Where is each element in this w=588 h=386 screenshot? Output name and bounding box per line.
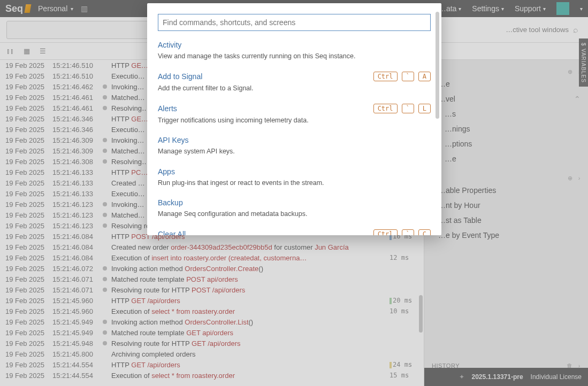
event-timing: 20 ms xyxy=(390,297,418,304)
event-date: 19 Feb 2025 xyxy=(5,190,48,198)
command-title: API Keys xyxy=(158,136,189,144)
level-dot-icon xyxy=(103,181,107,185)
chevron-down-icon[interactable]: ▾ xyxy=(580,6,583,12)
event-time: 15:21:46.308 xyxy=(52,158,98,166)
palette-command[interactable]: Clear AllCtrl`CReset the filter, active … xyxy=(158,224,431,235)
event-row[interactable]: 19 Feb 202515:21:45.800Archiving complet… xyxy=(0,349,424,359)
palette-command[interactable]: ActivityView and manage the tasks curren… xyxy=(158,35,431,66)
event-message: Resolving route for HTTP GET /api/orders xyxy=(111,339,385,348)
level-dot-icon xyxy=(103,127,107,132)
event-date: 19 Feb 2025 xyxy=(5,222,48,230)
event-row[interactable]: 19 Feb 202515:21:45.949Matched route tem… xyxy=(0,327,424,338)
key-badge: Ctrl xyxy=(373,104,398,113)
key-badge: Ctrl xyxy=(373,229,398,235)
right-panel: … ⊕ › …e …vel ⌃ …s …nings …ptions …e … ⊕… xyxy=(424,60,588,386)
chart-icon[interactable]: ⫿⫿ xyxy=(6,47,14,55)
level-dot-icon xyxy=(103,202,107,206)
event-date: 19 Feb 2025 xyxy=(5,286,48,294)
event-row[interactable]: 19 Feb 202515:21:45.960HTTP GET /api/ord… xyxy=(0,295,424,306)
menu-data[interactable]: …ata ▾ xyxy=(439,4,461,13)
scrollbar[interactable] xyxy=(419,295,423,333)
key-badge: ` xyxy=(402,104,414,113)
grid-icon[interactable]: ▦ xyxy=(24,47,30,55)
query-item[interactable]: …able Properties xyxy=(432,184,581,197)
palette-command[interactable]: AlertsCtrl`LTrigger notifications using … xyxy=(158,98,431,130)
query-item[interactable]: …nt by Hour xyxy=(432,199,581,212)
avatar[interactable] xyxy=(556,2,569,15)
palette-list[interactable]: ActivityView and manage the tasks curren… xyxy=(147,35,441,235)
event-row[interactable]: 19 Feb 202515:21:46.071Resolving route f… xyxy=(0,284,424,295)
level-dot-icon xyxy=(103,170,107,174)
palette-command[interactable]: Add to SignalCtrl`AAdd the current filte… xyxy=(158,66,431,98)
event-date: 19 Feb 2025 xyxy=(5,275,48,283)
level-dot-icon xyxy=(103,191,107,196)
add-icon[interactable]: ⊕ xyxy=(568,68,573,75)
search-icon[interactable]: ⌕ xyxy=(573,25,578,35)
app-logo[interactable]: Seq xyxy=(5,3,30,14)
signal-subitem[interactable]: …nings xyxy=(432,122,581,135)
add-icon[interactable]: ⊕ xyxy=(568,175,573,182)
query-item[interactable]: …e by Event Type xyxy=(432,229,581,242)
signal-item[interactable]: …e xyxy=(432,78,581,90)
event-row[interactable]: 19 Feb 202515:21:45.948Resolving route f… xyxy=(0,338,424,349)
signals-header: … ⊕ › xyxy=(432,68,581,75)
menu-support-label: Support xyxy=(515,4,541,13)
event-date: 19 Feb 2025 xyxy=(5,318,48,326)
event-row[interactable]: 19 Feb 202515:21:46.072Invoking action m… xyxy=(0,263,424,274)
command-desc: Run plug-ins that ingest or react to eve… xyxy=(158,178,431,188)
query-item[interactable]: …st as Table xyxy=(432,214,581,227)
level-dot-icon xyxy=(103,223,107,228)
event-row[interactable]: 19 Feb 202515:21:44.554Execution of sele… xyxy=(0,370,424,381)
level-dot-icon xyxy=(103,84,107,89)
palette-command[interactable]: BackupManage Seq configuration and metad… xyxy=(158,193,431,224)
signal-subitem[interactable]: …ptions xyxy=(432,137,581,150)
level-dot-icon xyxy=(103,106,107,110)
event-time: 15:21:46.071 xyxy=(52,275,98,283)
event-row[interactable]: 19 Feb 202515:21:46.084Created new order… xyxy=(0,242,424,252)
level-dot-icon xyxy=(103,159,107,164)
level-dot-icon xyxy=(103,320,107,324)
list-icon[interactable]: ☰ xyxy=(40,47,46,55)
menu-support[interactable]: Support ▾ xyxy=(515,4,546,13)
event-date: 19 Feb 2025 xyxy=(5,200,48,209)
event-date: 19 Feb 2025 xyxy=(5,254,48,262)
event-row[interactable]: 19 Feb 202515:21:46.084Execution of inse… xyxy=(0,252,424,263)
event-row[interactable]: 19 Feb 202515:21:44.554HTTP GET /api/ord… xyxy=(0,359,424,370)
level-dot-icon xyxy=(103,352,107,356)
event-row[interactable]: 19 Feb 202515:21:45.949Invoking action m… xyxy=(0,316,424,327)
event-time: 15:21:44.554 xyxy=(52,372,98,380)
scrollbar[interactable] xyxy=(436,12,439,119)
variables-tab[interactable]: $ VARIABLES xyxy=(579,38,588,87)
workspace-name: Personal xyxy=(38,4,67,13)
level-dot-icon xyxy=(103,277,107,281)
event-date: 19 Feb 2025 xyxy=(5,372,48,380)
chevron-right-icon[interactable]: › xyxy=(578,175,581,182)
event-date: 19 Feb 2025 xyxy=(5,104,48,112)
signal-item[interactable]: …vel ⌃ xyxy=(432,92,581,105)
command-desc: View and manage the tasks currently runn… xyxy=(158,51,431,61)
event-row[interactable]: 19 Feb 202515:21:45.960Execution of sele… xyxy=(0,306,424,316)
workspace-selector[interactable]: Personal ▾ xyxy=(38,4,73,13)
event-message: Matched route template GET api/orders xyxy=(111,329,385,337)
event-date: 19 Feb 2025 xyxy=(5,307,48,315)
palette-command[interactable]: AppsRun plug-ins that ingest or react to… xyxy=(158,162,431,193)
event-row[interactable]: 19 Feb 202515:21:46.071Matched route tem… xyxy=(0,274,424,284)
event-date: 19 Feb 2025 xyxy=(5,265,48,273)
event-time: 15:21:46.309 xyxy=(52,136,98,144)
level-dot-icon xyxy=(103,234,107,238)
level-dot-icon xyxy=(103,213,107,217)
key-badge: ` xyxy=(402,229,414,235)
palette-command[interactable]: API KeysManage system API keys. xyxy=(158,130,431,161)
menu-settings[interactable]: Settings ▾ xyxy=(472,4,504,13)
event-date: 19 Feb 2025 xyxy=(5,350,48,358)
signal-subitem[interactable]: …s xyxy=(432,107,581,120)
pin-icon[interactable]: ▥ xyxy=(81,4,88,13)
command-desc: Manage Seq configuration and metadata ba… xyxy=(158,209,431,219)
signal-subitem[interactable]: …e xyxy=(432,152,581,165)
sparkle-icon[interactable]: ✦ xyxy=(459,373,464,381)
palette-search-input[interactable] xyxy=(158,14,431,31)
command-desc: Trigger notifications using incoming tel… xyxy=(158,115,431,125)
event-date: 19 Feb 2025 xyxy=(5,233,48,241)
logo-icon xyxy=(25,4,32,13)
event-time: 15:21:46.084 xyxy=(52,254,98,262)
